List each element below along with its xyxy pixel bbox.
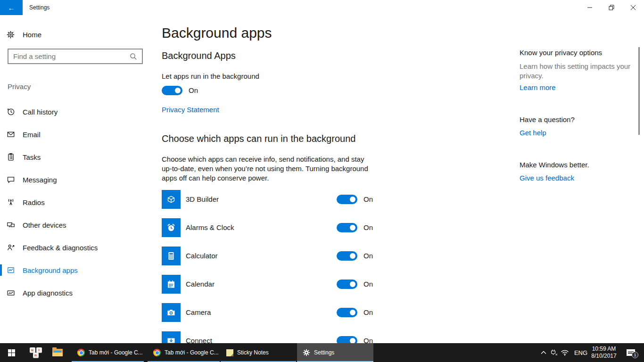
folder-icon [52,349,63,356]
tray-chevron-up-icon[interactable] [539,343,548,362]
app-row-camera: Camera On [162,303,374,322]
camera-toggle[interactable] [337,308,357,317]
calendar-app-icon [162,275,181,294]
other-devices-icon [7,221,16,229]
search-box [8,49,143,64]
sidebar-item-messaging[interactable]: Messaging [0,168,156,191]
taskbar-sticky-notes[interactable]: Sticky Notes [221,343,296,362]
chrome-icon [77,349,85,356]
unikey-icon: uin [30,347,42,358]
3d-builder-toggle[interactable] [337,195,357,204]
camera-app-icon [162,303,181,322]
gear-icon [7,31,16,39]
notification-badge: 1 [632,352,638,358]
notification-icon: 1 [627,349,635,356]
privacy-statement-link[interactable]: Privacy Statement [162,106,219,114]
back-button[interactable]: ← [0,0,23,15]
choose-apps-heading: Choose which apps can run in the backgro… [162,133,355,144]
clock[interactable]: 10:59 AM 8/10/2017 [589,343,619,362]
sidebar-item-background-apps[interactable]: Background apps [0,259,156,281]
app-row-alarms-clock: Alarms & Clock On [162,218,374,237]
tasks-icon [7,153,16,161]
toggle-knob [175,88,181,93]
master-toggle-label: Let apps run in the background [162,72,259,80]
sidebar-item-home[interactable]: Home [0,26,156,43]
sidebar-item-feedback[interactable]: Feedback & diagnostics [0,236,156,259]
calendar-toggle[interactable] [337,280,357,289]
gear-icon [303,349,310,356]
start-button[interactable] [0,343,23,362]
calculator-app-icon [162,247,181,265]
search-icon[interactable] [130,53,137,60]
choose-apps-description: Choose which apps can receive info, send… [162,155,375,183]
sidebar-item-email[interactable]: Email [0,123,156,146]
have-question-title: Have a question? [520,115,633,123]
sidebar-item-call-history[interactable]: Call history [0,100,156,123]
sidebar-item-tasks[interactable]: Tasks [0,146,156,168]
alarms-clock-app-icon [162,218,181,237]
get-help-link[interactable]: Get help [520,129,633,137]
background-apps-heading: Background Apps [162,50,236,61]
action-center-button[interactable]: 1 [622,343,639,362]
minimize-button[interactable] [579,0,601,15]
taskbar-chrome-1[interactable]: Tab mới - Google C... [72,343,144,362]
taskbar: uin Tab mới - Google C... Tab mới - Goog… [0,343,644,362]
sidebar-item-other-devices[interactable]: Other devices [0,214,156,236]
search-input[interactable] [8,52,130,60]
app-row-calendar: Calendar On [162,275,374,294]
close-icon [630,5,636,10]
email-icon [7,130,16,139]
privacy-options-title: Know your privacy options [520,49,633,57]
windows-logo-icon [8,349,15,356]
sidebar-home-label: Home [23,31,41,39]
wifi-icon[interactable] [559,343,570,362]
master-toggle-state: On [189,86,198,94]
radios-icon [7,198,16,206]
settings-window: ← Settings Home Privacy [0,0,644,362]
messaging-icon [7,175,16,184]
give-feedback-link[interactable]: Give us feedback [520,174,633,182]
power-plug-icon[interactable] [549,343,559,362]
titlebar: ← Settings [0,0,644,15]
app-row-3d-builder: 3D Builder On [162,190,374,209]
3d-builder-app-icon [162,190,181,209]
sticky-note-icon [226,349,233,356]
taskbar-settings[interactable]: Settings [297,343,373,362]
privacy-section-label: Privacy [8,82,31,90]
page-title: Background apps [162,25,272,41]
calculator-toggle[interactable] [337,251,357,261]
master-toggle[interactable] [162,86,182,95]
chrome-icon [153,349,161,356]
restore-button[interactable] [601,0,622,15]
language-indicator[interactable]: ENG [571,343,590,362]
call-history-icon [7,107,16,116]
app-row-calculator: Calculator On [162,247,374,265]
tray-date: 8/10/2017 [591,353,616,360]
scrollbar[interactable] [638,47,640,135]
alarms-clock-toggle[interactable] [337,223,357,232]
close-button[interactable] [622,0,644,15]
background-apps-icon [7,266,16,274]
privacy-options-text: Learn how this setting impacts your priv… [520,62,632,81]
selected-accent-bar [0,264,2,276]
make-windows-better-title: Make Windows better. [520,161,633,169]
app-diagnostics-icon [7,288,16,297]
back-arrow-icon: ← [8,4,15,12]
sidebar-item-radios[interactable]: Radios [0,191,156,214]
sidebar-item-app-diagnostics[interactable]: App diagnostics [0,281,156,304]
window-title: Settings [29,0,50,15]
feedback-icon [7,243,16,252]
restore-icon [609,5,614,10]
taskbar-chrome-2[interactable]: Tab mới - Google C... [148,343,220,362]
minimize-icon [587,5,593,10]
file-explorer-button[interactable] [48,343,67,362]
learn-more-link[interactable]: Learn more [520,83,633,91]
unikey-tray-button[interactable]: uin [26,343,45,362]
tray-time: 10:59 AM [592,346,616,353]
